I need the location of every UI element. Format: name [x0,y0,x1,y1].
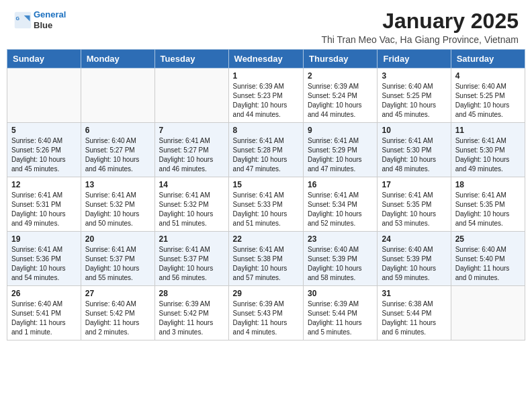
day-info: Sunrise: 6:38 AMSunset: 5:44 PMDaylight:… [382,300,446,337]
calendar-cell: 7Sunrise: 6:41 AMSunset: 5:27 PMDaylight… [154,123,228,177]
day-number: 11 [455,126,521,135]
logo: G General Blue [13,9,66,30]
col-friday: Friday [378,50,451,68]
col-tuesday: Tuesday [154,50,228,68]
day-number: 19 [11,234,77,244]
day-number: 2 [308,71,373,81]
calendar-week-row: 5Sunrise: 6:40 AMSunset: 5:26 PMDaylight… [7,123,525,177]
day-number: 30 [308,289,373,298]
col-saturday: Saturday [451,50,525,68]
day-number: 4 [455,71,521,81]
day-number: 14 [159,180,224,189]
day-number: 16 [308,180,373,189]
day-info: Sunrise: 6:41 AMSunset: 5:28 PMDaylight:… [233,136,299,174]
day-number: 6 [85,126,150,135]
calendar-week-row: 12Sunrise: 6:41 AMSunset: 5:31 PMDayligh… [7,177,525,232]
day-number: 1 [233,71,299,81]
title-block: January 2025 Thi Tran Meo Vac, Ha Giang … [321,9,519,45]
calendar-week-row: 26Sunrise: 6:40 AMSunset: 5:41 PMDayligh… [7,286,525,340]
day-number: 5 [11,126,77,135]
calendar-cell: 24Sunrise: 6:40 AMSunset: 5:39 PMDayligh… [378,232,451,286]
day-number: 29 [233,289,299,298]
logo-line2: Blue [34,20,52,30]
day-number: 7 [159,126,224,135]
day-number: 13 [85,180,150,189]
day-number: 10 [382,126,446,135]
day-info: Sunrise: 6:39 AMSunset: 5:42 PMDaylight:… [159,300,224,337]
logo-text: General Blue [34,9,66,30]
day-number: 3 [382,71,446,81]
calendar-body: 1Sunrise: 6:39 AMSunset: 5:23 PMDaylight… [7,68,525,340]
day-info: Sunrise: 6:40 AMSunset: 5:39 PMDaylight:… [382,245,446,283]
logo-line1: General [34,9,66,19]
calendar-cell: 27Sunrise: 6:40 AMSunset: 5:42 PMDayligh… [81,286,154,340]
day-info: Sunrise: 6:39 AMSunset: 5:43 PMDaylight:… [233,300,299,337]
col-monday: Monday [81,50,154,68]
day-number: 18 [455,180,521,189]
calendar-cell [81,68,154,123]
day-info: Sunrise: 6:41 AMSunset: 5:33 PMDaylight:… [233,191,299,228]
day-info: Sunrise: 6:41 AMSunset: 5:34 PMDaylight:… [308,191,373,228]
day-info: Sunrise: 6:40 AMSunset: 5:39 PMDaylight:… [308,245,373,283]
calendar-header: Sunday Monday Tuesday Wednesday Thursday… [7,50,525,68]
calendar-cell: 20Sunrise: 6:41 AMSunset: 5:37 PMDayligh… [81,232,154,286]
day-info: Sunrise: 6:41 AMSunset: 5:27 PMDaylight:… [159,136,224,174]
calendar-cell: 5Sunrise: 6:40 AMSunset: 5:26 PMDaylight… [7,123,81,177]
day-number: 22 [233,234,299,244]
calendar-cell: 23Sunrise: 6:40 AMSunset: 5:39 PMDayligh… [304,232,378,286]
day-info: Sunrise: 6:41 AMSunset: 5:32 PMDaylight:… [85,191,150,228]
day-number: 17 [382,180,446,189]
day-info: Sunrise: 6:40 AMSunset: 5:27 PMDaylight:… [85,136,150,174]
calendar-cell: 31Sunrise: 6:38 AMSunset: 5:44 PMDayligh… [378,286,451,340]
calendar-cell: 10Sunrise: 6:41 AMSunset: 5:30 PMDayligh… [378,123,451,177]
day-info: Sunrise: 6:40 AMSunset: 5:25 PMDaylight:… [455,82,521,120]
col-thursday: Thursday [304,50,378,68]
calendar-cell: 29Sunrise: 6:39 AMSunset: 5:43 PMDayligh… [228,286,303,340]
calendar-cell [7,68,81,123]
calendar-cell: 26Sunrise: 6:40 AMSunset: 5:41 PMDayligh… [7,286,81,340]
calendar-cell: 18Sunrise: 6:41 AMSunset: 5:35 PMDayligh… [451,177,525,232]
calendar-cell: 21Sunrise: 6:41 AMSunset: 5:37 PMDayligh… [154,232,228,286]
day-number: 28 [159,289,224,298]
day-number: 15 [233,180,299,189]
day-info: Sunrise: 6:41 AMSunset: 5:31 PMDaylight:… [11,191,77,228]
day-number: 31 [382,289,446,298]
calendar-wrapper: Sunday Monday Tuesday Wednesday Thursday… [0,49,532,347]
day-info: Sunrise: 6:40 AMSunset: 5:26 PMDaylight:… [11,136,77,174]
day-number: 25 [455,234,521,244]
calendar-cell: 25Sunrise: 6:40 AMSunset: 5:40 PMDayligh… [451,232,525,286]
day-info: Sunrise: 6:41 AMSunset: 5:38 PMDaylight:… [233,245,299,283]
calendar-cell: 30Sunrise: 6:39 AMSunset: 5:44 PMDayligh… [304,286,378,340]
page-header: G General Blue January 2025 Thi Tran Meo… [0,0,532,49]
calendar-cell: 2Sunrise: 6:39 AMSunset: 5:24 PMDaylight… [304,68,378,123]
day-info: Sunrise: 6:40 AMSunset: 5:25 PMDaylight:… [382,82,446,120]
day-number: 23 [308,234,373,244]
col-sunday: Sunday [7,50,81,68]
calendar-cell: 8Sunrise: 6:41 AMSunset: 5:28 PMDaylight… [228,123,303,177]
day-info: Sunrise: 6:39 AMSunset: 5:24 PMDaylight:… [308,82,373,120]
day-info: Sunrise: 6:41 AMSunset: 5:37 PMDaylight:… [85,245,150,283]
calendar-cell: 3Sunrise: 6:40 AMSunset: 5:25 PMDaylight… [378,68,451,123]
day-info: Sunrise: 6:41 AMSunset: 5:30 PMDaylight:… [455,136,521,174]
day-info: Sunrise: 6:40 AMSunset: 5:41 PMDaylight:… [11,300,77,337]
day-info: Sunrise: 6:39 AMSunset: 5:23 PMDaylight:… [233,82,299,120]
logo-icon: G [13,11,32,30]
calendar-week-row: 1Sunrise: 6:39 AMSunset: 5:23 PMDaylight… [7,68,525,123]
day-info: Sunrise: 6:40 AMSunset: 5:42 PMDaylight:… [85,300,150,337]
calendar-cell [154,68,228,123]
day-info: Sunrise: 6:41 AMSunset: 5:37 PMDaylight:… [159,245,224,283]
day-number: 8 [233,126,299,135]
calendar-title: January 2025 [321,9,519,33]
calendar-subtitle: Thi Tran Meo Vac, Ha Giang Province, Vie… [321,34,519,45]
calendar-cell: 4Sunrise: 6:40 AMSunset: 5:25 PMDaylight… [451,68,525,123]
calendar-cell: 19Sunrise: 6:41 AMSunset: 5:36 PMDayligh… [7,232,81,286]
day-number: 27 [85,289,150,298]
calendar-cell: 13Sunrise: 6:41 AMSunset: 5:32 PMDayligh… [81,177,154,232]
day-number: 24 [382,234,446,244]
day-number: 21 [159,234,224,244]
calendar-cell: 28Sunrise: 6:39 AMSunset: 5:42 PMDayligh… [154,286,228,340]
day-number: 12 [11,180,77,189]
day-number: 26 [11,289,77,298]
day-number: 9 [308,126,373,135]
day-info: Sunrise: 6:41 AMSunset: 5:32 PMDaylight:… [159,191,224,228]
